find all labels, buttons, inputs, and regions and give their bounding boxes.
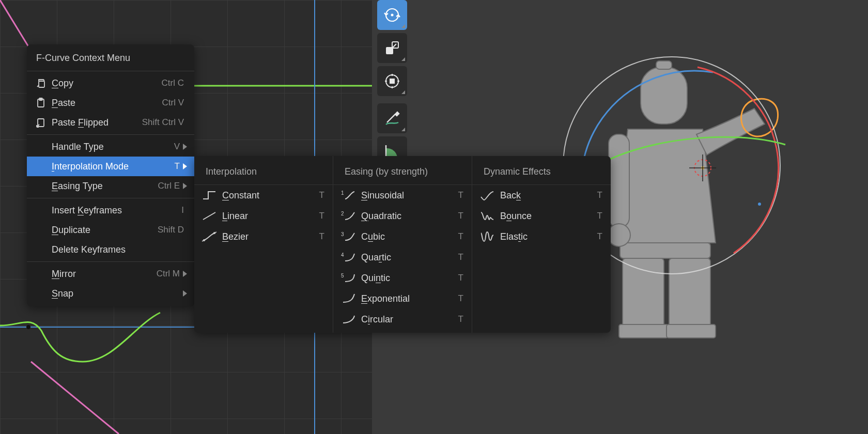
submenu-item-label: Circular <box>361 314 458 325</box>
easing-circular[interactable]: Circular T <box>333 309 472 330</box>
svg-rect-2 <box>656 61 672 69</box>
shortcut-label: T <box>175 161 180 172</box>
submenu-col-dynamic: Dynamic Effects Back T Bounce T Elastic … <box>472 156 611 333</box>
submenu-item-label: Quartic <box>361 252 458 263</box>
svg-point-0 <box>26 325 30 329</box>
svg-text:4: 4 <box>341 252 344 258</box>
menu-paste-flipped[interactable]: Paste Flipped Shift Ctrl V <box>27 113 194 132</box>
elastic-icon <box>479 229 495 244</box>
shortcut-label: I <box>181 205 184 215</box>
menu-item-label: Delete Keyframes <box>52 244 187 255</box>
sinusoidal-icon: 1 <box>340 188 356 203</box>
dynamic-bounce[interactable]: Bounce T <box>472 206 611 226</box>
interp-constant[interactable]: Constant T <box>194 185 333 206</box>
menu-insert-keyframes[interactable]: Insert Keyframes I <box>27 200 194 220</box>
svg-rect-6 <box>619 324 668 338</box>
svg-text:1: 1 <box>341 190 344 196</box>
quartic-icon: 4 <box>340 250 356 265</box>
submenu-item-label: Bezier <box>222 231 319 242</box>
tool-transform[interactable] <box>377 66 407 96</box>
shortcut-label: T <box>458 314 463 324</box>
menu-item-label: Snap <box>52 288 180 299</box>
copy-icon <box>34 76 48 90</box>
shortcut-label: T <box>458 211 463 221</box>
submenu-header: Dynamic Effects <box>472 159 611 185</box>
shortcut-label: T <box>458 252 463 262</box>
dynamic-back[interactable]: Back T <box>472 185 611 206</box>
svg-text:3: 3 <box>341 231 344 237</box>
submenu-item-label: Elastic <box>500 231 597 242</box>
chevron-right-icon <box>183 271 187 277</box>
tool-rotate[interactable] <box>377 0 407 30</box>
easing-quintic[interactable]: 5 Quintic T <box>333 268 472 288</box>
tool-scale[interactable] <box>377 33 407 63</box>
shortcut-label: T <box>458 293 463 304</box>
submenu-col-easing: Easing (by strength) 1 Sinusoidal T 2 Qu… <box>333 156 472 333</box>
chevron-right-icon <box>183 183 187 189</box>
shortcut-label: T <box>458 231 463 242</box>
cubic-icon: 3 <box>340 229 356 244</box>
menu-item-label: Copy <box>52 78 162 89</box>
menu-copy[interactable]: Copy Ctrl C <box>27 73 194 93</box>
easing-cubic[interactable]: 3 Cubic T <box>333 226 472 247</box>
circular-icon <box>340 312 356 327</box>
shortcut-label: T <box>319 231 324 242</box>
submenu-col-interpolation: Interpolation Constant T Linear T Bezier… <box>194 156 333 333</box>
menu-snap[interactable]: Snap <box>27 284 194 303</box>
submenu-item-label: Bounce <box>500 211 597 222</box>
shortcut-label: T <box>597 231 602 242</box>
svg-text:5: 5 <box>341 273 344 278</box>
easing-sinusoidal[interactable]: 1 Sinusoidal T <box>333 185 472 206</box>
svg-point-9 <box>608 224 630 246</box>
svg-rect-7 <box>667 324 716 338</box>
tool-annotate[interactable] <box>377 103 407 133</box>
bezier-icon <box>202 229 217 244</box>
interpolation-submenu: Interpolation Constant T Linear T Bezier… <box>194 156 611 333</box>
menu-interpolation-mode[interactable]: Interpolation Mode T <box>27 157 194 176</box>
tool-column <box>377 0 412 169</box>
menu-item-label: Insert Keyframes <box>52 205 181 216</box>
shortcut-label: V <box>174 142 180 152</box>
chevron-right-icon <box>183 290 187 297</box>
exponential-icon <box>340 291 356 306</box>
back-icon <box>479 188 495 203</box>
menu-paste[interactable]: Paste Ctrl V <box>27 93 194 113</box>
easing-quadratic[interactable]: 2 Quadratic T <box>333 206 472 226</box>
menu-item-label: Easing Type <box>52 181 158 192</box>
quadratic-icon: 2 <box>340 208 356 224</box>
shortcut-label: T <box>597 190 602 200</box>
shortcut-label: Ctrl E <box>158 181 180 191</box>
interp-linear[interactable]: Linear T <box>194 206 333 226</box>
menu-item-label: Interpolation Mode <box>52 161 175 172</box>
submenu-header: Interpolation <box>194 159 333 185</box>
chevron-right-icon <box>183 144 187 150</box>
constant-icon <box>202 188 217 203</box>
submenu-item-label: Quadratic <box>361 211 458 222</box>
easing-quartic[interactable]: 4 Quartic T <box>333 247 472 268</box>
submenu-item-label: Linear <box>222 211 319 222</box>
shortcut-label: T <box>458 190 463 200</box>
shortcut-label: Ctrl C <box>162 78 184 88</box>
submenu-item-label: Quintic <box>361 273 458 284</box>
shortcut-label: T <box>458 273 463 283</box>
easing-exponential[interactable]: Exponential T <box>333 288 472 309</box>
shortcut-label: T <box>319 211 324 221</box>
submenu-item-label: Back <box>500 190 597 201</box>
dynamic-elastic[interactable]: Elastic T <box>472 226 611 247</box>
shortcut-label: Shift D <box>158 225 184 235</box>
shortcut-label: T <box>597 211 602 221</box>
svg-text:2: 2 <box>341 211 344 216</box>
menu-easing-type[interactable]: Easing Type Ctrl E <box>27 176 194 196</box>
menu-mirror[interactable]: Mirror Ctrl M <box>27 264 194 284</box>
menu-duplicate[interactable]: Duplicate Shift D <box>27 220 194 240</box>
menu-delete-keyframes[interactable]: Delete Keyframes <box>27 240 194 259</box>
submenu-item-label: Exponential <box>361 293 458 304</box>
svg-rect-8 <box>609 134 629 227</box>
menu-item-label: Paste <box>52 98 162 109</box>
menu-handle-type[interactable]: Handle Type V <box>27 137 194 157</box>
chevron-right-icon <box>183 163 187 169</box>
interp-bezier[interactable]: Bezier T <box>194 226 333 247</box>
menu-item-label: Duplicate <box>52 225 158 236</box>
menu-item-label: Paste Flipped <box>52 117 142 128</box>
shortcut-label: Ctrl V <box>162 98 184 108</box>
